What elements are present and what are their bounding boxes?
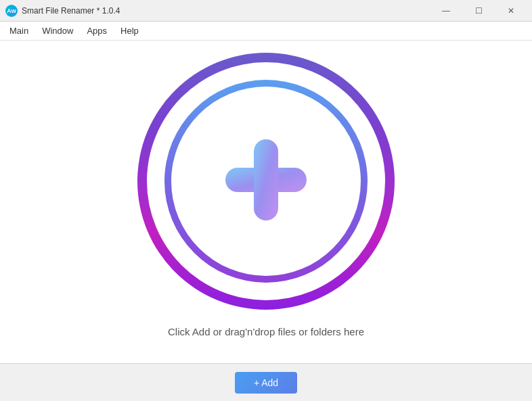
main-content: Click Add or drag'n'drop files or folder… xyxy=(0,41,532,363)
title-bar: Aw Smart File Renamer * 1.0.4 — ☐ ✕ xyxy=(0,0,532,22)
app-title: Smart File Renamer * 1.0.4 xyxy=(22,6,120,16)
maximize-button[interactable]: ☐ xyxy=(463,0,494,22)
menu-item-help[interactable]: Help xyxy=(114,23,146,39)
menu-bar: Main Window Apps Help xyxy=(0,22,532,41)
drop-zone[interactable]: Click Add or drag'n'drop files or folder… xyxy=(137,53,395,337)
add-icon xyxy=(212,126,320,237)
close-button[interactable]: ✕ xyxy=(495,0,527,22)
add-button[interactable]: + Add xyxy=(235,372,297,394)
circle-container xyxy=(137,53,395,310)
title-bar-left: Aw Smart File Renamer * 1.0.4 xyxy=(5,5,120,17)
menu-item-window[interactable]: Window xyxy=(35,23,80,39)
app-icon: Aw xyxy=(5,5,18,17)
app-icon-badge: * xyxy=(97,6,102,16)
menu-item-main[interactable]: Main xyxy=(3,23,35,39)
drop-hint-text: Click Add or drag'n'drop files or folder… xyxy=(168,326,364,337)
menu-item-apps[interactable]: Apps xyxy=(80,23,114,39)
svg-rect-1 xyxy=(254,139,278,220)
minimize-button[interactable]: — xyxy=(430,0,462,22)
window-controls: — ☐ ✕ xyxy=(430,0,527,22)
bottom-bar: + Add xyxy=(0,363,532,401)
